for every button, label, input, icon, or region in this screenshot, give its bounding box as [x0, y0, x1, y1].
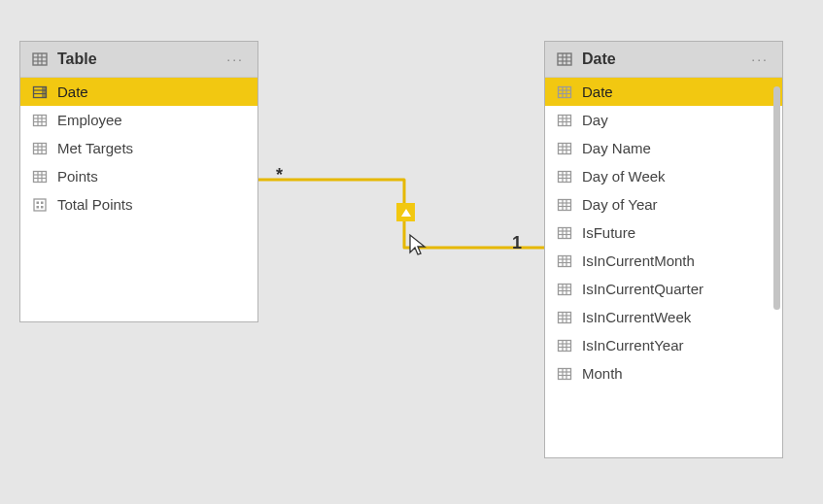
scrollbar[interactable] — [773, 86, 780, 448]
field-label: IsInCurrentMonth — [582, 252, 695, 269]
svg-rect-14 — [34, 143, 47, 153]
column-icon — [32, 141, 48, 156]
column-icon — [557, 141, 572, 156]
column-icon — [557, 310, 572, 325]
field-row[interactable]: IsInCurrentWeek — [545, 303, 782, 331]
scrollbar-thumb[interactable] — [773, 86, 780, 310]
field-row[interactable]: Month — [545, 359, 782, 387]
svg-rect-84 — [559, 368, 571, 379]
cardinality-many: * — [276, 165, 283, 185]
entity-date-title: Date — [582, 50, 747, 68]
svg-rect-0 — [33, 53, 47, 65]
entity-table-title: Table — [57, 50, 223, 68]
field-label: Total Points — [57, 196, 133, 213]
field-row[interactable]: Day Name — [545, 134, 782, 162]
column-icon — [557, 84, 572, 100]
svg-rect-49 — [559, 171, 571, 182]
field-label: Date — [57, 84, 88, 100]
calculated-column-icon — [32, 84, 48, 100]
filter-direction-indicator[interactable] — [396, 203, 415, 221]
table-icon — [32, 51, 48, 67]
field-row[interactable]: IsInCurrentQuarter — [545, 275, 782, 303]
svg-rect-34 — [559, 86, 571, 97]
entity-table-header[interactable]: Table ··· — [20, 42, 257, 78]
field-label: Met Targets — [57, 140, 133, 156]
field-row[interactable]: Points — [20, 162, 257, 190]
mouse-cursor-icon — [408, 233, 428, 258]
field-row[interactable]: IsInCurrentMonth — [545, 247, 782, 275]
column-icon — [557, 197, 572, 213]
entity-table-menu-button[interactable]: ··· — [223, 51, 248, 67]
svg-rect-9 — [34, 115, 47, 125]
column-icon — [557, 169, 572, 185]
field-label: Day of Week — [582, 168, 666, 185]
column-icon — [557, 338, 572, 353]
svg-rect-44 — [559, 143, 571, 153]
column-icon — [32, 113, 48, 128]
column-icon — [557, 113, 572, 128]
field-row[interactable]: Met Targets — [20, 134, 257, 162]
field-row[interactable]: Date — [20, 78, 257, 106]
svg-rect-26 — [41, 201, 44, 204]
column-icon — [557, 253, 572, 269]
entity-table-fields: DateEmployeeMet TargetsPointsTotal Point… — [20, 78, 257, 218]
field-label: Points — [57, 168, 98, 185]
field-label: Day of Year — [582, 196, 658, 213]
svg-rect-69 — [559, 284, 571, 294]
svg-rect-74 — [559, 312, 571, 322]
svg-rect-54 — [559, 199, 571, 210]
field-row[interactable]: IsInCurrentYear — [545, 331, 782, 359]
svg-rect-25 — [37, 201, 40, 204]
field-label: Day Name — [582, 140, 651, 156]
svg-rect-24 — [34, 199, 46, 211]
entity-date-fields: DateDayDay NameDay of WeekDay of YearIsF… — [545, 78, 782, 457]
svg-rect-64 — [559, 255, 571, 266]
column-icon — [557, 366, 572, 382]
measure-icon — [32, 197, 48, 213]
field-row[interactable]: Employee — [20, 106, 257, 134]
column-icon — [557, 282, 572, 297]
field-row[interactable]: Day of Week — [545, 162, 782, 190]
field-row[interactable]: Total Points — [20, 190, 257, 218]
cardinality-one: 1 — [512, 233, 522, 253]
svg-rect-39 — [559, 115, 571, 125]
field-label: IsFuture — [582, 224, 635, 241]
field-label: Employee — [57, 112, 122, 128]
column-icon — [32, 169, 48, 185]
svg-rect-59 — [559, 227, 571, 238]
field-label: IsInCurrentQuarter — [582, 281, 703, 297]
field-label: Date — [582, 84, 613, 100]
entity-date-menu-button[interactable]: ··· — [747, 51, 772, 67]
svg-rect-79 — [559, 340, 571, 351]
svg-rect-29 — [558, 53, 571, 65]
entity-date[interactable]: Date ··· DateDayDay NameDay of WeekDay o… — [544, 41, 783, 458]
svg-rect-27 — [37, 206, 40, 209]
svg-rect-8 — [42, 86, 47, 97]
field-row[interactable]: Day — [545, 106, 782, 134]
svg-rect-19 — [34, 171, 47, 182]
arrow-up-icon — [401, 209, 411, 217]
field-row[interactable]: Date — [545, 78, 782, 106]
svg-rect-28 — [41, 206, 44, 209]
field-row[interactable]: IsFuture — [545, 218, 782, 247]
field-label: IsInCurrentYear — [582, 337, 684, 353]
table-icon — [557, 51, 572, 67]
field-label: Day — [582, 112, 608, 128]
entity-table[interactable]: Table ··· DateEmployeeMet TargetsPointsT… — [19, 41, 258, 322]
column-icon — [557, 225, 572, 241]
field-label: Month — [582, 365, 623, 382]
entity-date-header[interactable]: Date ··· — [545, 42, 782, 78]
field-row[interactable]: Day of Year — [545, 190, 782, 218]
field-label: IsInCurrentWeek — [582, 309, 691, 325]
